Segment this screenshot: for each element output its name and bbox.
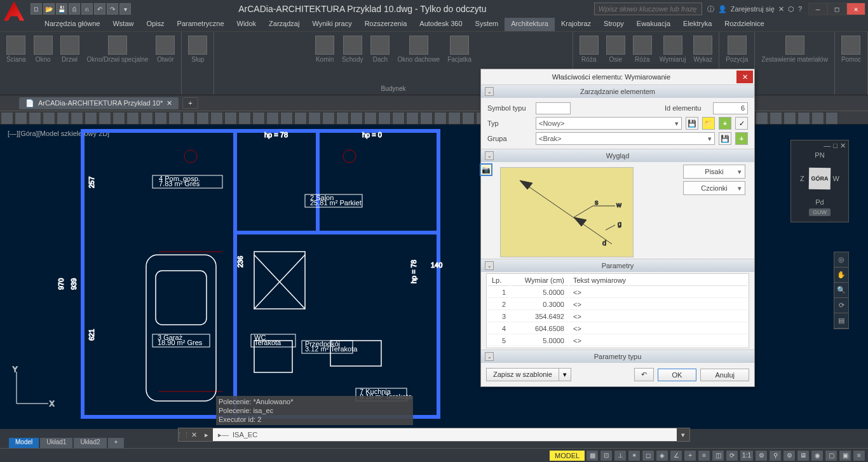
btn-osie[interactable]: Osie [604,34,628,64]
btn-slup[interactable]: Słup [186,34,210,64]
nav-showmotion-icon[interactable]: ▤ [834,313,848,329]
chevron-icon[interactable]: ⌄ [485,352,494,361]
status-gear-icon[interactable]: ⚙ [755,450,768,461]
btn-okno[interactable]: Okno [31,34,55,64]
status-otrack-icon[interactable]: ∠ [670,450,682,461]
tab-rozszerzenia[interactable]: Rozszerzenia [358,18,414,31]
tool-icon[interactable] [98,112,111,125]
tool-icon[interactable] [266,112,279,125]
btn-pisaki[interactable]: Pisaki [683,165,745,179]
status-dyn-icon[interactable]: + [684,450,696,461]
btn-grupa-save-icon[interactable]: 💾 [719,132,731,145]
tool-icon[interactable] [126,112,139,125]
tool-icon[interactable] [406,112,419,125]
chevron-icon[interactable]: ⌄ [485,87,494,96]
dropdown-typ[interactable]: <Nowy> [536,117,682,130]
chevron-icon[interactable]: ⌄ [485,261,494,270]
btn-undo[interactable]: ↶ [634,368,654,381]
tool-icon[interactable] [280,112,293,125]
help-icon[interactable]: ? [798,5,802,13]
tab-narzedzia[interactable]: Narzędzia główne [38,18,106,31]
vc-face-top[interactable]: GÓRA [809,168,831,190]
status-transparency-icon[interactable]: ◫ [712,450,724,461]
btn-roza2[interactable]: Róża [630,34,654,64]
nav-orbit-icon[interactable]: ⟳ [834,298,848,313]
btn-okno-dach[interactable]: Okno dachowe [395,34,442,64]
status-iso-icon[interactable]: ▢ [825,450,837,461]
user-icon[interactable]: 👤 [718,5,727,13]
tool-icon[interactable] [112,112,125,125]
status-osnap-icon[interactable]: ◻ [642,450,654,461]
dialog-close-button[interactable]: ✕ [736,71,753,83]
exchange-icon[interactable]: ✕ [778,5,784,13]
status-annoscale-icon[interactable]: ⚲ [769,450,782,461]
status-model[interactable]: MODEL [550,451,585,461]
chevron-icon[interactable]: ⌄ [485,151,494,160]
status-ortho-icon[interactable]: ⊥ [614,450,627,461]
ucs-icon[interactable]: XY [10,365,55,410]
tool-icon[interactable] [29,112,41,125]
btn-typ-folder-icon[interactable]: 📁 [702,117,715,130]
signin-link[interactable]: Zarejestruj się [731,5,775,13]
doc-tab-new[interactable]: + [182,97,198,109]
dialog-titlebar[interactable]: Właściwości elementu: Wymiarowanie ✕ [481,69,754,85]
btn-save-template[interactable]: Zapisz w szablonie▾ [486,368,571,381]
btn-schody[interactable]: Schody [339,34,365,64]
status-scale[interactable]: 1:1 [740,450,754,461]
tool-icon[interactable] [797,112,810,125]
status-clean-icon[interactable]: ▣ [839,450,851,461]
cloud-icon[interactable]: ⬡ [788,5,794,13]
qat-more-icon[interactable]: ▾ [119,3,131,15]
btn-czcionki[interactable]: Czcionki [683,181,745,195]
tool-icon[interactable] [322,112,335,125]
nav-wheel-icon[interactable]: ◎ [834,252,848,268]
tool-icon[interactable] [210,112,223,125]
nav-pan-icon[interactable]: ✋ [834,268,848,283]
tool-icon[interactable] [1,112,13,125]
vc-guw-button[interactable]: GUW [809,208,831,216]
tool-icon[interactable] [420,112,433,125]
qat-save-icon[interactable]: 💾 [56,3,67,15]
tab-wyniki[interactable]: Wyniki pracy [306,18,358,31]
tool-icon[interactable] [392,112,405,125]
btn-pozycja[interactable]: Pozycja [723,34,750,64]
tool-icon[interactable] [252,112,265,125]
tab-rozdzielnice[interactable]: Rozdzielnice [718,18,770,31]
tab-system[interactable]: System [469,18,505,31]
cmdline-input[interactable]: ▸— ISA_EC [213,428,677,441]
btn-otwor[interactable]: Otwór [153,34,177,64]
btn-komin[interactable]: Komin [313,34,337,64]
tab-stropy[interactable]: Stropy [597,18,630,31]
tool-icon[interactable] [462,112,475,125]
tool-icon[interactable] [196,112,209,125]
tool-icon[interactable] [783,112,796,125]
tool-icon[interactable] [378,112,391,125]
tool-icon[interactable] [140,112,153,125]
status-cycling-icon[interactable]: ⟳ [726,450,738,461]
params-table[interactable]: Lp. Wymiar (cm) Tekst wymiarowy 15.0000<… [487,274,749,348]
tab-opisz[interactable]: Opisz [140,18,170,31]
search-input[interactable] [594,3,702,15]
status-hw-icon[interactable]: ◉ [811,450,824,461]
tab-autodesk360[interactable]: Autodesk 360 [413,18,468,31]
camera-icon[interactable]: 📷 [480,163,492,176]
tool-icon[interactable] [825,112,838,125]
qat-plot-icon[interactable]: ⎌ [81,3,93,15]
btn-wymiaruj[interactable]: Wymiaruj [657,34,689,64]
tab-parametryczne[interactable]: Parametryczne [171,18,231,31]
tool-icon[interactable] [154,112,167,125]
maximize-button[interactable]: □ [827,3,846,15]
btn-specjalne[interactable]: Okno/Drzwi specjalne [85,34,151,64]
vc-close-icon[interactable]: ✕ [840,142,846,150]
btn-drzwi[interactable]: Drzwi [58,34,82,64]
qat-redo-icon[interactable]: ↷ [107,3,118,15]
btn-sciana[interactable]: Ściana [4,34,29,64]
tool-icon[interactable] [770,112,782,125]
cmdline-options-icon[interactable]: ▾ [677,428,689,441]
status-snap-icon[interactable]: ⊡ [600,450,613,461]
input-symbol-typu[interactable] [536,102,571,114]
btn-grupa-add[interactable]: + [735,132,748,145]
command-line[interactable]: ⋮⋮ ✕ ▸ ▸— ISA_EC ▾ [178,428,690,442]
tool-icon[interactable] [224,112,237,125]
tab-widok[interactable]: Widok [231,18,263,31]
